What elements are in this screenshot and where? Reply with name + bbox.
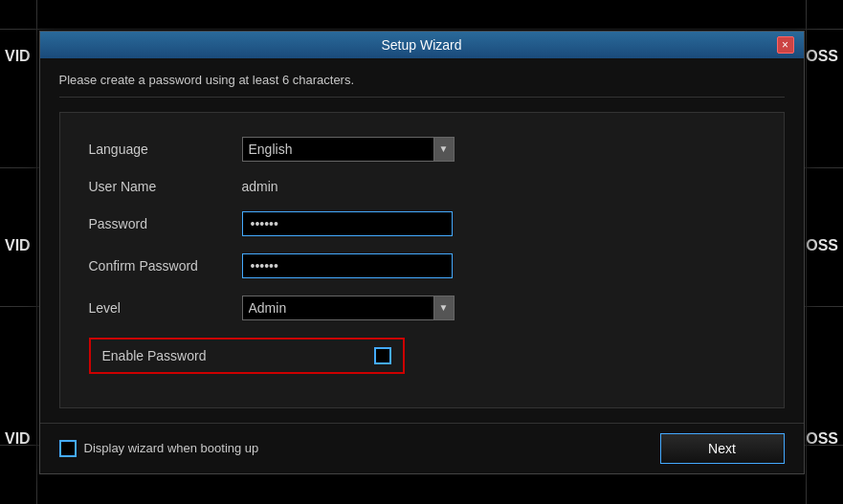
confirm-password-input[interactable]: [242, 253, 453, 278]
setup-wizard-dialog: Setup Wizard × Please create a password …: [39, 31, 805, 474]
language-row: Language English Chinese Spanish French: [89, 137, 755, 162]
enable-password-row: Enable Password: [89, 338, 405, 374]
language-label: Language: [89, 142, 242, 157]
dialog-title: Setup Wizard: [67, 37, 777, 53]
language-select-wrapper: English Chinese Spanish French: [242, 137, 455, 162]
level-select-wrapper: Admin Operator User: [242, 296, 455, 320]
footer-left: Display wizard when booting up: [59, 440, 259, 457]
dialog-titlebar: Setup Wizard ×: [40, 32, 804, 58]
enable-password-checkbox[interactable]: [374, 347, 391, 364]
username-label: User Name: [89, 179, 242, 194]
display-wizard-checkbox[interactable]: [59, 440, 77, 457]
close-button[interactable]: ×: [777, 36, 794, 54]
language-select[interactable]: English Chinese Spanish French: [242, 137, 455, 162]
confirm-password-label: Confirm Password: [89, 258, 242, 274]
hint-text: Please create a password using at least …: [59, 73, 785, 98]
modal-overlay: Setup Wizard × Please create a password …: [0, 0, 843, 504]
level-row: Level Admin Operator User: [89, 296, 755, 320]
next-button[interactable]: Next: [660, 433, 785, 464]
password-row: Password: [89, 211, 755, 236]
dialog-body: Please create a password using at least …: [40, 58, 804, 423]
dialog-footer: Display wizard when booting up Next: [40, 423, 804, 473]
form-container: Language English Chinese Spanish French …: [59, 112, 785, 408]
enable-password-label: Enable Password: [102, 348, 374, 363]
username-row: User Name admin: [89, 179, 755, 194]
password-label: Password: [89, 216, 242, 231]
level-select[interactable]: Admin Operator User: [242, 296, 455, 320]
username-value: admin: [242, 179, 278, 194]
display-wizard-label: Display wizard when booting up: [84, 441, 259, 455]
password-input[interactable]: [242, 211, 453, 236]
confirm-password-row: Confirm Password: [89, 253, 755, 278]
level-label: Level: [89, 300, 242, 316]
